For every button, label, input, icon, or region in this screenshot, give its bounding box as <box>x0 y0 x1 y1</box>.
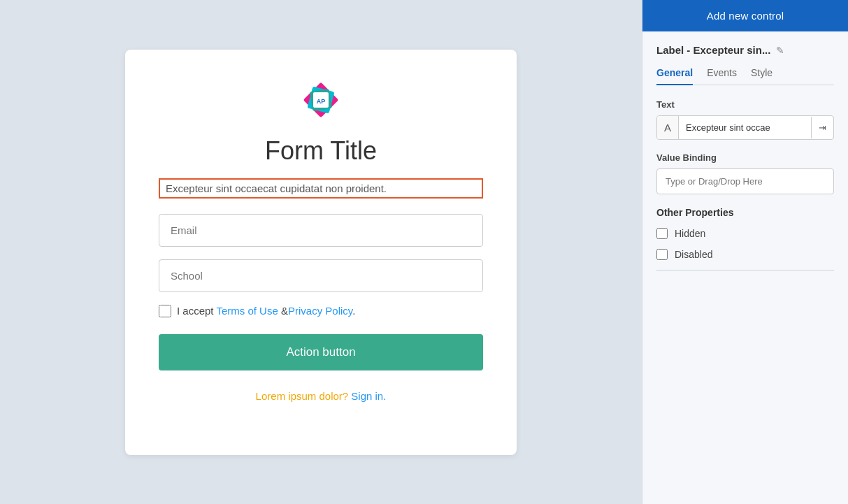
text-format-icon: A <box>657 116 679 139</box>
disabled-label: Disabled <box>675 249 712 260</box>
privacy-policy-link[interactable]: Privacy Policy <box>288 305 352 317</box>
action-button[interactable]: Action button <box>159 334 483 370</box>
value-binding-label: Value Binding <box>656 152 834 163</box>
hidden-property-row: Hidden <box>656 228 834 239</box>
main-area: AP Form Title Excepteur sint occaecat cu… <box>0 0 642 504</box>
text-input-row: A Excepteur sint occae ⇥ <box>656 115 834 140</box>
terms-checkbox[interactable] <box>159 305 171 317</box>
bottom-text: Lorem ipsum dolor? Sign in. <box>256 390 387 402</box>
form-card: AP Form Title Excepteur sint occaecat cu… <box>125 50 517 455</box>
panel-label-header: Label - Excepteur sin... ✎ <box>656 44 834 56</box>
tab-style[interactable]: Style <box>751 67 772 85</box>
terms-checkbox-row: I accept Terms of Use &Privacy Policy. <box>159 305 483 317</box>
divider <box>656 270 834 271</box>
school-input[interactable] <box>159 259 483 292</box>
value-binding-input[interactable] <box>656 168 834 194</box>
other-properties-label: Other Properties <box>656 207 834 218</box>
hidden-checkbox[interactable] <box>656 228 668 239</box>
panel-label-title: Label - Excepteur sin... <box>656 44 770 56</box>
hidden-label: Hidden <box>675 228 705 239</box>
disabled-property-row: Disabled <box>656 249 834 260</box>
form-title: Form Title <box>265 136 377 166</box>
right-panel: Add new control Label - Excepteur sin...… <box>642 0 848 504</box>
svg-text:AP: AP <box>317 98 326 105</box>
text-input-value: Excepteur sint occae <box>679 117 811 138</box>
text-expand-icon[interactable]: ⇥ <box>811 117 833 138</box>
text-section-label: Text <box>656 99 834 110</box>
label-text[interactable]: Excepteur sint occaecat cupidatat non pr… <box>159 178 483 199</box>
terms-label: I accept Terms of Use &Privacy Policy. <box>177 305 355 317</box>
panel-tabs: General Events Style <box>656 67 834 85</box>
tab-general[interactable]: General <box>656 67 693 85</box>
sign-in-link[interactable]: Sign in. <box>351 390 386 402</box>
add-new-control-button[interactable]: Add new control <box>642 0 848 31</box>
disabled-checkbox[interactable] <box>656 249 668 260</box>
terms-of-use-link[interactable]: Terms of Use <box>216 305 278 317</box>
logo: AP <box>299 78 343 122</box>
tab-events[interactable]: Events <box>707 67 737 85</box>
email-input[interactable] <box>159 214 483 247</box>
edit-icon[interactable]: ✎ <box>776 45 784 56</box>
lorem-text: Lorem ipsum dolor? <box>256 390 349 402</box>
panel-content: Label - Excepteur sin... ✎ General Event… <box>642 31 848 289</box>
